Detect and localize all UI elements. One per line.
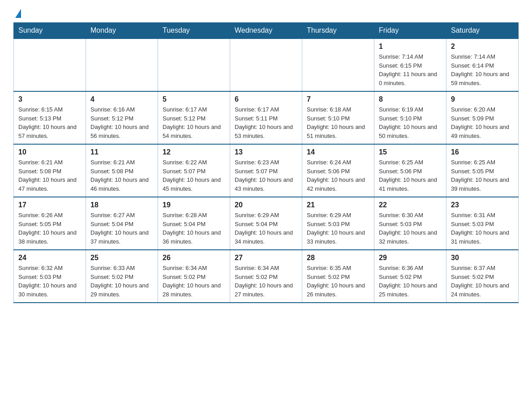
calendar-cell: 18Sunrise: 6:27 AM Sunset: 5:04 PM Dayli… bbox=[86, 197, 158, 250]
calendar-cell bbox=[230, 39, 302, 91]
day-info: Sunrise: 6:18 AM Sunset: 5:10 PM Dayligh… bbox=[307, 105, 369, 140]
day-number: 15 bbox=[379, 148, 442, 156]
day-info: Sunrise: 6:30 AM Sunset: 5:03 PM Dayligh… bbox=[379, 211, 442, 246]
column-header-sunday: Sunday bbox=[14, 23, 86, 39]
calendar-cell: 30Sunrise: 6:37 AM Sunset: 5:02 PM Dayli… bbox=[446, 250, 519, 303]
day-info: Sunrise: 6:19 AM Sunset: 5:10 PM Dayligh… bbox=[379, 105, 442, 140]
day-number: 25 bbox=[90, 254, 153, 262]
day-info: Sunrise: 6:20 AM Sunset: 5:09 PM Dayligh… bbox=[451, 105, 514, 140]
day-info: Sunrise: 6:25 AM Sunset: 5:05 PM Dayligh… bbox=[451, 158, 514, 193]
day-number: 14 bbox=[307, 148, 369, 156]
day-info: Sunrise: 6:29 AM Sunset: 5:04 PM Dayligh… bbox=[235, 211, 297, 246]
day-number: 19 bbox=[163, 201, 225, 209]
day-number: 3 bbox=[18, 95, 81, 103]
day-number: 29 bbox=[379, 254, 442, 262]
day-number: 27 bbox=[235, 254, 297, 262]
day-info: Sunrise: 6:26 AM Sunset: 5:05 PM Dayligh… bbox=[18, 211, 81, 246]
day-number: 24 bbox=[18, 254, 81, 262]
day-info: Sunrise: 6:31 AM Sunset: 5:03 PM Dayligh… bbox=[451, 211, 514, 246]
day-info: Sunrise: 6:22 AM Sunset: 5:07 PM Dayligh… bbox=[163, 158, 225, 193]
calendar-week-5: 24Sunrise: 6:32 AM Sunset: 5:03 PM Dayli… bbox=[14, 250, 519, 303]
day-number: 22 bbox=[379, 201, 442, 209]
day-number: 13 bbox=[235, 148, 297, 156]
day-info: Sunrise: 6:17 AM Sunset: 5:12 PM Dayligh… bbox=[163, 105, 225, 140]
day-number: 9 bbox=[451, 95, 514, 103]
day-number: 10 bbox=[18, 148, 81, 156]
day-number: 21 bbox=[307, 201, 369, 209]
calendar-cell: 1Sunrise: 7:14 AM Sunset: 6:15 PM Daylig… bbox=[374, 39, 446, 91]
day-info: Sunrise: 6:34 AM Sunset: 5:02 PM Dayligh… bbox=[235, 264, 297, 299]
calendar-cell: 3Sunrise: 6:15 AM Sunset: 5:13 PM Daylig… bbox=[14, 91, 86, 144]
calendar-week-3: 10Sunrise: 6:21 AM Sunset: 5:08 PM Dayli… bbox=[14, 144, 519, 197]
day-number: 26 bbox=[163, 254, 225, 262]
day-info: Sunrise: 6:33 AM Sunset: 5:02 PM Dayligh… bbox=[90, 264, 153, 299]
day-number: 11 bbox=[90, 148, 153, 156]
calendar-cell: 16Sunrise: 6:25 AM Sunset: 5:05 PM Dayli… bbox=[446, 144, 519, 197]
column-header-wednesday: Wednesday bbox=[230, 23, 302, 39]
column-header-monday: Monday bbox=[86, 23, 158, 39]
day-number: 12 bbox=[163, 148, 225, 156]
column-header-thursday: Thursday bbox=[302, 23, 374, 39]
calendar-cell: 12Sunrise: 6:22 AM Sunset: 5:07 PM Dayli… bbox=[158, 144, 230, 197]
calendar-cell: 7Sunrise: 6:18 AM Sunset: 5:10 PM Daylig… bbox=[302, 91, 374, 144]
day-info: Sunrise: 6:28 AM Sunset: 5:04 PM Dayligh… bbox=[163, 211, 225, 246]
day-info: Sunrise: 7:14 AM Sunset: 6:14 PM Dayligh… bbox=[451, 52, 514, 87]
day-number: 28 bbox=[307, 254, 369, 262]
calendar-cell: 23Sunrise: 6:31 AM Sunset: 5:03 PM Dayli… bbox=[446, 197, 519, 250]
calendar-cell: 26Sunrise: 6:34 AM Sunset: 5:02 PM Dayli… bbox=[158, 250, 230, 303]
day-number: 23 bbox=[451, 201, 514, 209]
day-number: 16 bbox=[451, 148, 514, 156]
day-number: 1 bbox=[379, 43, 442, 51]
day-info: Sunrise: 6:21 AM Sunset: 5:08 PM Dayligh… bbox=[18, 158, 81, 193]
column-header-friday: Friday bbox=[374, 23, 446, 39]
calendar-header-row: SundayMondayTuesdayWednesdayThursdayFrid… bbox=[14, 23, 519, 39]
day-info: Sunrise: 6:21 AM Sunset: 5:08 PM Dayligh… bbox=[90, 158, 153, 193]
day-info: Sunrise: 6:32 AM Sunset: 5:03 PM Dayligh… bbox=[18, 264, 81, 299]
calendar-cell bbox=[302, 39, 374, 91]
calendar-cell: 11Sunrise: 6:21 AM Sunset: 5:08 PM Dayli… bbox=[86, 144, 158, 197]
calendar-cell: 4Sunrise: 6:16 AM Sunset: 5:12 PM Daylig… bbox=[86, 91, 158, 144]
day-info: Sunrise: 6:36 AM Sunset: 5:02 PM Dayligh… bbox=[379, 264, 442, 299]
day-number: 8 bbox=[379, 95, 442, 103]
logo bbox=[13, 9, 21, 18]
day-number: 2 bbox=[451, 43, 514, 51]
day-number: 30 bbox=[451, 254, 514, 262]
day-info: Sunrise: 6:34 AM Sunset: 5:02 PM Dayligh… bbox=[163, 264, 225, 299]
calendar-cell: 13Sunrise: 6:23 AM Sunset: 5:07 PM Dayli… bbox=[230, 144, 302, 197]
column-header-tuesday: Tuesday bbox=[158, 23, 230, 39]
day-info: Sunrise: 6:27 AM Sunset: 5:04 PM Dayligh… bbox=[90, 211, 153, 246]
calendar-cell: 21Sunrise: 6:29 AM Sunset: 5:03 PM Dayli… bbox=[302, 197, 374, 250]
day-info: Sunrise: 6:15 AM Sunset: 5:13 PM Dayligh… bbox=[18, 105, 81, 140]
day-number: 18 bbox=[90, 201, 153, 209]
page-header bbox=[13, 9, 519, 18]
calendar-cell bbox=[86, 39, 158, 91]
calendar-cell bbox=[158, 39, 230, 91]
day-info: Sunrise: 6:25 AM Sunset: 5:06 PM Dayligh… bbox=[379, 158, 442, 193]
day-info: Sunrise: 6:29 AM Sunset: 5:03 PM Dayligh… bbox=[307, 211, 369, 246]
calendar-cell: 27Sunrise: 6:34 AM Sunset: 5:02 PM Dayli… bbox=[230, 250, 302, 303]
day-number: 5 bbox=[163, 95, 225, 103]
day-info: Sunrise: 6:35 AM Sunset: 5:02 PM Dayligh… bbox=[307, 264, 369, 299]
calendar-cell: 6Sunrise: 6:17 AM Sunset: 5:11 PM Daylig… bbox=[230, 91, 302, 144]
calendar-table: SundayMondayTuesdayWednesdayThursdayFrid… bbox=[13, 22, 519, 303]
calendar-cell: 28Sunrise: 6:35 AM Sunset: 5:02 PM Dayli… bbox=[302, 250, 374, 303]
calendar-week-1: 1Sunrise: 7:14 AM Sunset: 6:15 PM Daylig… bbox=[14, 39, 519, 91]
day-info: Sunrise: 6:23 AM Sunset: 5:07 PM Dayligh… bbox=[235, 158, 297, 193]
day-number: 6 bbox=[235, 95, 297, 103]
calendar-cell: 22Sunrise: 6:30 AM Sunset: 5:03 PM Dayli… bbox=[374, 197, 446, 250]
day-info: Sunrise: 6:24 AM Sunset: 5:06 PM Dayligh… bbox=[307, 158, 369, 193]
calendar-cell: 14Sunrise: 6:24 AM Sunset: 5:06 PM Dayli… bbox=[302, 144, 374, 197]
day-info: Sunrise: 6:16 AM Sunset: 5:12 PM Dayligh… bbox=[90, 105, 153, 140]
calendar-week-2: 3Sunrise: 6:15 AM Sunset: 5:13 PM Daylig… bbox=[14, 91, 519, 144]
calendar-week-4: 17Sunrise: 6:26 AM Sunset: 5:05 PM Dayli… bbox=[14, 197, 519, 250]
day-info: Sunrise: 6:17 AM Sunset: 5:11 PM Dayligh… bbox=[235, 105, 297, 140]
day-number: 17 bbox=[18, 201, 81, 209]
calendar-cell: 19Sunrise: 6:28 AM Sunset: 5:04 PM Dayli… bbox=[158, 197, 230, 250]
calendar-cell: 10Sunrise: 6:21 AM Sunset: 5:08 PM Dayli… bbox=[14, 144, 86, 197]
calendar-cell: 2Sunrise: 7:14 AM Sunset: 6:14 PM Daylig… bbox=[446, 39, 519, 91]
day-number: 20 bbox=[235, 201, 297, 209]
calendar-cell: 29Sunrise: 6:36 AM Sunset: 5:02 PM Dayli… bbox=[374, 250, 446, 303]
calendar-cell: 17Sunrise: 6:26 AM Sunset: 5:05 PM Dayli… bbox=[14, 197, 86, 250]
column-header-saturday: Saturday bbox=[446, 23, 519, 39]
calendar-cell: 24Sunrise: 6:32 AM Sunset: 5:03 PM Dayli… bbox=[14, 250, 86, 303]
